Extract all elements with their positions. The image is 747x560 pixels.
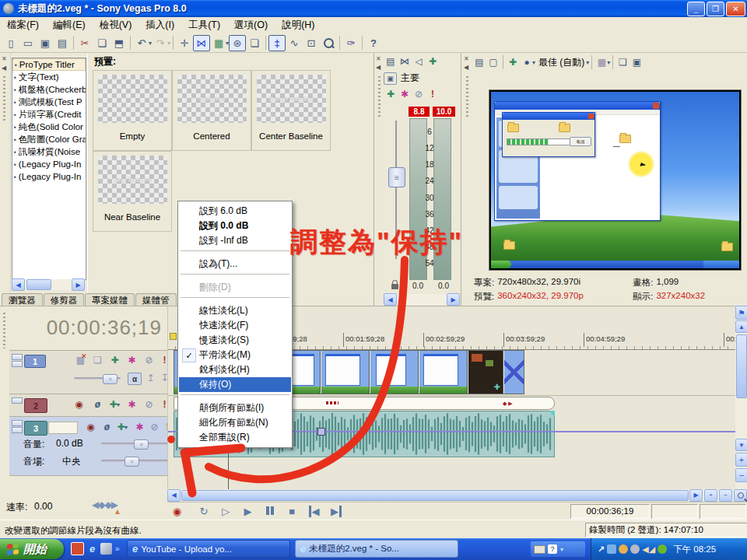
plugin-list-item[interactable]: ▪片頭字幕(Credit — [12, 108, 86, 121]
scroll-right-icon[interactable]: ▶ — [72, 278, 85, 291]
zoom-in-track-height-icon[interactable]: + — [735, 453, 747, 467]
track-1-mute-icon[interactable]: ⊘ — [142, 354, 156, 366]
close-panel-icon[interactable]: ✕ — [2, 56, 7, 62]
track-1-composite-mode-icon[interactable]: α — [128, 373, 142, 385]
ignore-event-grouping-button[interactable]: ❏ — [246, 35, 263, 51]
plugin-list-item[interactable]: ▪ProType Titler — [12, 58, 86, 71]
mixer-pin-icon[interactable]: ◀ — [376, 65, 381, 71]
cut-button[interactable]: ✂ — [76, 35, 93, 51]
context-menu-item[interactable]: 設到 -Inf dB — [179, 233, 291, 248]
grid-caret-icon[interactable]: ▾ — [607, 59, 610, 66]
tray-nvidia-icon[interactable] — [658, 544, 667, 554]
mixer-hscrollbar[interactable]: ◀ ▶ — [384, 294, 460, 305]
quicklaunch-outlook-icon[interactable] — [100, 543, 112, 555]
whats-this-help-button[interactable]: ? — [365, 35, 382, 51]
context-menu-item[interactable]: 細化所有節點(N) — [179, 415, 291, 430]
preview-properties-icon[interactable]: ▤ — [472, 56, 486, 69]
track-2-minimize-icon[interactable] — [12, 397, 22, 404]
transport-time-display[interactable]: 00:00:36;19 — [570, 504, 650, 519]
context-menu-item[interactable]: 全部重設(R) — [179, 430, 291, 445]
selection-length-display[interactable] — [700, 504, 746, 519]
track-2-number[interactable]: 2 — [24, 398, 47, 413]
save-button[interactable]: ▣ — [37, 35, 54, 51]
taskbar-task-button[interactable]: e YouTube - Upload yo... — [127, 540, 290, 558]
start-button[interactable]: 開始 — [0, 539, 64, 559]
insert-marker-button[interactable]: ▦ — [210, 35, 227, 51]
context-menu-item[interactable]: 慢速淡化(S) — [179, 333, 291, 348]
context-menu-item[interactable]: 銳利淡化(H) — [179, 362, 291, 377]
track-1-fx-plug-icon[interactable]: ✚ — [107, 354, 122, 366]
track-3-plug-caret-icon[interactable]: ▾ — [124, 424, 128, 431]
dim-output-icon[interactable]: ◁ — [412, 54, 426, 68]
play-button[interactable]: ▶ — [238, 503, 258, 519]
peak-left-value[interactable]: 8.8 — [409, 107, 430, 117]
preview-close-icon[interactable]: ✕ — [464, 56, 469, 62]
menu-item[interactable]: 檔案(F) — [0, 17, 46, 33]
zoom-tool-icon[interactable] — [734, 489, 747, 502]
go-to-start-button[interactable]: ◀ — [304, 503, 324, 519]
mixer-scroll-left-icon[interactable]: ◀ — [384, 293, 397, 306]
dock-grip-left[interactable]: ✕ ◀ — [0, 53, 11, 293]
scroll-thumb[interactable] — [26, 279, 51, 290]
track-3-minimize-icon[interactable] — [12, 420, 22, 434]
copy-frame-icon[interactable]: ❏ — [615, 56, 630, 69]
pause-button[interactable] — [260, 502, 279, 518]
context-menu-item[interactable]: 設到 0.0 dB — [179, 219, 291, 233]
track-2-arm-record-icon[interactable]: ◉ — [72, 398, 86, 411]
track-1-minimize-icon[interactable] — [12, 354, 22, 368]
context-menu-item[interactable] — [179, 297, 291, 303]
track-3-invert-phase-icon[interactable]: ø — [100, 421, 114, 433]
context-menu-item[interactable]: 線性淡化(L) — [179, 303, 291, 318]
hscroll-right-icon[interactable]: ▶ — [689, 489, 703, 502]
record-button[interactable]: ◉ — [167, 503, 187, 519]
zoom-in-time-icon[interactable]: + — [704, 489, 717, 502]
tray-arrow-icon[interactable]: ↗ — [598, 544, 605, 555]
track-2-header[interactable]: 2 ◉ ø ✚▾ ✱ ⊘ ! — [9, 394, 167, 417]
redo-button[interactable]: ↷ — [152, 35, 169, 51]
toolbar-caret-icon[interactable]: ▾ — [560, 546, 563, 553]
help-tray-icon[interactable]: ? — [548, 544, 557, 554]
rate-marker-icon[interactable]: ▲ — [114, 507, 121, 516]
tray-network-icon[interactable] — [607, 544, 616, 554]
language-keyboard-icon[interactable] — [534, 545, 545, 554]
event-pan-crop-icon[interactable]: ✚ — [494, 383, 500, 391]
normal-edit-tool-button[interactable]: ‡ — [268, 35, 286, 51]
tray-clock[interactable]: 下午 08:25 — [673, 544, 716, 555]
quicklaunch-ie-icon[interactable]: e — [86, 543, 98, 555]
preview-quality-label[interactable]: 最佳 (自動) — [538, 56, 584, 69]
preset-cell[interactable]: Center Baseline Center Baseline — [251, 70, 331, 151]
play-from-start-button[interactable]: ▷ — [216, 503, 236, 519]
plugin-list-item[interactable]: ▪純色(Solid Color — [12, 121, 86, 133]
auto-ripple-button[interactable]: ⋈ — [193, 35, 210, 51]
vscroll-thumb[interactable] — [736, 334, 747, 398]
track-2-gear-icon[interactable]: ✱ — [124, 398, 139, 411]
zoom-edit-tool-button[interactable] — [320, 35, 337, 51]
volume-value[interactable]: 0.0 dB — [56, 438, 83, 449]
context-menu-item[interactable]: 快速淡化(F) — [179, 318, 291, 333]
context-menu-item[interactable] — [179, 250, 291, 257]
scroll-left-icon[interactable]: ◀ — [12, 278, 25, 291]
plugin-list-item[interactable]: ▪(Legacy Plug-In — [12, 158, 86, 170]
loop-playback-button[interactable]: ↻ — [194, 503, 213, 519]
title-bar[interactable]: 未標題的2.veg * - Sony Vegas Pro 8.0 _ ❐ ✕ — [0, 0, 747, 17]
video-transition-x[interactable] — [504, 351, 524, 394]
stop-button[interactable]: ■ — [282, 503, 302, 519]
project-properties-button[interactable]: ▤ — [54, 35, 71, 51]
plugin-list-item[interactable]: ▪棋盤格(Checkerb — [12, 83, 86, 96]
go-to-end-button[interactable]: ▶ — [326, 503, 345, 519]
downmix-output-icon[interactable]: ⋈ — [398, 54, 412, 68]
undo-button[interactable]: ↶ — [133, 35, 150, 51]
track-3-name-field[interactable] — [48, 422, 78, 434]
zoom-out-time-icon[interactable]: − — [719, 489, 732, 502]
hscroll-thumb[interactable] — [181, 490, 689, 501]
track-1-level-handle[interactable]: ≡ — [103, 374, 117, 384]
save-frame-icon[interactable]: ▣ — [630, 56, 644, 69]
pan-value[interactable]: 中央 — [62, 455, 81, 468]
menu-item[interactable]: 工具(T) — [181, 17, 227, 33]
tray-user-icon[interactable] — [619, 544, 628, 554]
tray-volume-dial-icon[interactable] — [630, 544, 640, 554]
marker-tool-icon[interactable]: ⚑ — [735, 306, 747, 320]
tray-speaker-icon[interactable]: ◀◢ — [642, 544, 655, 555]
master-mute-icon[interactable]: ⊘ — [412, 87, 426, 100]
preset-cell[interactable]: Near Baseline Near Baseline — [93, 151, 172, 232]
